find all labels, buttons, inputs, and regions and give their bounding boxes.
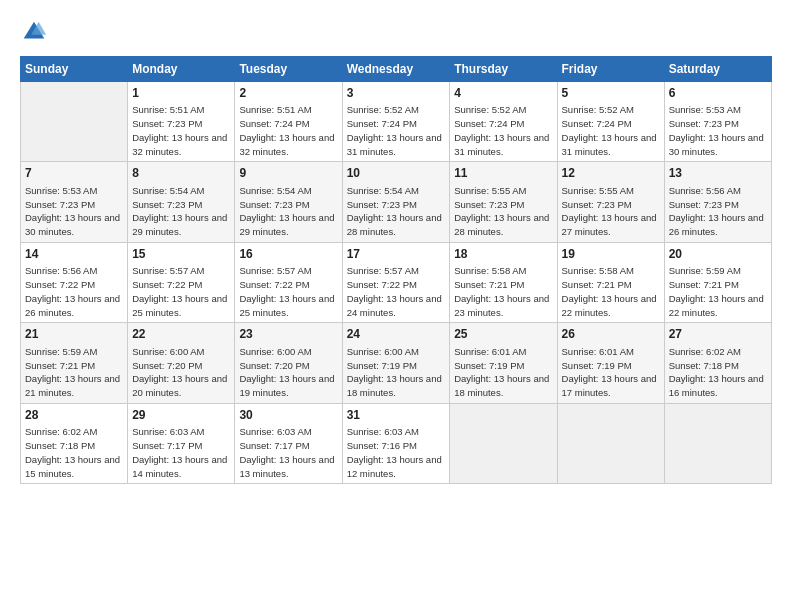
sunrise-text: Sunrise: 6:00 AM — [347, 346, 419, 357]
sunset-text: Sunset: 7:21 PM — [454, 279, 524, 290]
sunrise-text: Sunrise: 5:57 AM — [132, 265, 204, 276]
daylight-text: Daylight: 13 hours and 21 minutes. — [25, 373, 120, 398]
calendar-cell: 10Sunrise: 5:54 AMSunset: 7:23 PMDayligh… — [342, 162, 450, 242]
sunset-text: Sunset: 7:23 PM — [669, 199, 739, 210]
calendar-cell — [450, 403, 557, 483]
header-area — [20, 18, 772, 46]
sunrise-text: Sunrise: 6:01 AM — [562, 346, 634, 357]
logo — [20, 18, 52, 46]
calendar-cell: 2Sunrise: 5:51 AMSunset: 7:24 PMDaylight… — [235, 82, 342, 162]
calendar-cell — [21, 82, 128, 162]
daylight-text: Daylight: 13 hours and 27 minutes. — [562, 212, 657, 237]
day-number: 22 — [132, 326, 230, 343]
sunset-text: Sunset: 7:24 PM — [562, 118, 632, 129]
day-number: 4 — [454, 85, 552, 102]
daylight-text: Daylight: 13 hours and 32 minutes. — [239, 132, 334, 157]
sunrise-text: Sunrise: 5:59 AM — [669, 265, 741, 276]
header-monday: Monday — [128, 57, 235, 82]
calendar-cell: 9Sunrise: 5:54 AMSunset: 7:23 PMDaylight… — [235, 162, 342, 242]
calendar-cell: 12Sunrise: 5:55 AMSunset: 7:23 PMDayligh… — [557, 162, 664, 242]
daylight-text: Daylight: 13 hours and 31 minutes. — [454, 132, 549, 157]
daylight-text: Daylight: 13 hours and 12 minutes. — [347, 454, 442, 479]
calendar-cell: 30Sunrise: 6:03 AMSunset: 7:17 PMDayligh… — [235, 403, 342, 483]
day-number: 23 — [239, 326, 337, 343]
sunset-text: Sunset: 7:23 PM — [132, 199, 202, 210]
calendar-cell: 20Sunrise: 5:59 AMSunset: 7:21 PMDayligh… — [664, 242, 771, 322]
day-number: 8 — [132, 165, 230, 182]
header-saturday: Saturday — [664, 57, 771, 82]
calendar-cell: 25Sunrise: 6:01 AMSunset: 7:19 PMDayligh… — [450, 323, 557, 403]
daylight-text: Daylight: 13 hours and 17 minutes. — [562, 373, 657, 398]
calendar-week-row: 1Sunrise: 5:51 AMSunset: 7:23 PMDaylight… — [21, 82, 772, 162]
day-number: 20 — [669, 246, 767, 263]
sunset-text: Sunset: 7:18 PM — [25, 440, 95, 451]
page-container: SundayMondayTuesdayWednesdayThursdayFrid… — [0, 0, 792, 494]
daylight-text: Daylight: 13 hours and 28 minutes. — [347, 212, 442, 237]
calendar-week-row: 7Sunrise: 5:53 AMSunset: 7:23 PMDaylight… — [21, 162, 772, 242]
calendar-cell: 27Sunrise: 6:02 AMSunset: 7:18 PMDayligh… — [664, 323, 771, 403]
calendar-cell: 11Sunrise: 5:55 AMSunset: 7:23 PMDayligh… — [450, 162, 557, 242]
calendar-cell: 6Sunrise: 5:53 AMSunset: 7:23 PMDaylight… — [664, 82, 771, 162]
sunset-text: Sunset: 7:23 PM — [239, 199, 309, 210]
calendar-cell: 7Sunrise: 5:53 AMSunset: 7:23 PMDaylight… — [21, 162, 128, 242]
day-number: 26 — [562, 326, 660, 343]
day-number: 7 — [25, 165, 123, 182]
sunrise-text: Sunrise: 5:52 AM — [454, 104, 526, 115]
daylight-text: Daylight: 13 hours and 31 minutes. — [347, 132, 442, 157]
sunset-text: Sunset: 7:22 PM — [239, 279, 309, 290]
sunrise-text: Sunrise: 5:54 AM — [347, 185, 419, 196]
sunset-text: Sunset: 7:23 PM — [347, 199, 417, 210]
day-number: 13 — [669, 165, 767, 182]
sunrise-text: Sunrise: 6:00 AM — [132, 346, 204, 357]
daylight-text: Daylight: 13 hours and 18 minutes. — [454, 373, 549, 398]
day-number: 21 — [25, 326, 123, 343]
daylight-text: Daylight: 13 hours and 29 minutes. — [132, 212, 227, 237]
day-number: 2 — [239, 85, 337, 102]
calendar-cell: 23Sunrise: 6:00 AMSunset: 7:20 PMDayligh… — [235, 323, 342, 403]
sunset-text: Sunset: 7:24 PM — [347, 118, 417, 129]
daylight-text: Daylight: 13 hours and 24 minutes. — [347, 293, 442, 318]
header-wednesday: Wednesday — [342, 57, 450, 82]
day-number: 19 — [562, 246, 660, 263]
day-number: 10 — [347, 165, 446, 182]
sunrise-text: Sunrise: 5:52 AM — [347, 104, 419, 115]
sunset-text: Sunset: 7:19 PM — [347, 360, 417, 371]
calendar-cell: 31Sunrise: 6:03 AMSunset: 7:16 PMDayligh… — [342, 403, 450, 483]
sunrise-text: Sunrise: 5:55 AM — [454, 185, 526, 196]
header-thursday: Thursday — [450, 57, 557, 82]
day-number: 24 — [347, 326, 446, 343]
daylight-text: Daylight: 13 hours and 18 minutes. — [347, 373, 442, 398]
day-number: 1 — [132, 85, 230, 102]
day-number: 15 — [132, 246, 230, 263]
calendar-cell: 16Sunrise: 5:57 AMSunset: 7:22 PMDayligh… — [235, 242, 342, 322]
calendar-header-row: SundayMondayTuesdayWednesdayThursdayFrid… — [21, 57, 772, 82]
sunset-text: Sunset: 7:18 PM — [669, 360, 739, 371]
sunrise-text: Sunrise: 6:03 AM — [132, 426, 204, 437]
sunrise-text: Sunrise: 5:55 AM — [562, 185, 634, 196]
calendar-cell: 4Sunrise: 5:52 AMSunset: 7:24 PMDaylight… — [450, 82, 557, 162]
sunrise-text: Sunrise: 5:56 AM — [25, 265, 97, 276]
sunset-text: Sunset: 7:21 PM — [562, 279, 632, 290]
calendar-cell: 22Sunrise: 6:00 AMSunset: 7:20 PMDayligh… — [128, 323, 235, 403]
calendar-cell: 5Sunrise: 5:52 AMSunset: 7:24 PMDaylight… — [557, 82, 664, 162]
daylight-text: Daylight: 13 hours and 15 minutes. — [25, 454, 120, 479]
sunrise-text: Sunrise: 5:57 AM — [239, 265, 311, 276]
sunset-text: Sunset: 7:20 PM — [132, 360, 202, 371]
day-number: 12 — [562, 165, 660, 182]
sunrise-text: Sunrise: 5:58 AM — [454, 265, 526, 276]
daylight-text: Daylight: 13 hours and 31 minutes. — [562, 132, 657, 157]
day-number: 16 — [239, 246, 337, 263]
day-number: 17 — [347, 246, 446, 263]
calendar-cell: 15Sunrise: 5:57 AMSunset: 7:22 PMDayligh… — [128, 242, 235, 322]
daylight-text: Daylight: 13 hours and 13 minutes. — [239, 454, 334, 479]
calendar-cell: 24Sunrise: 6:00 AMSunset: 7:19 PMDayligh… — [342, 323, 450, 403]
sunrise-text: Sunrise: 5:53 AM — [669, 104, 741, 115]
sunrise-text: Sunrise: 6:03 AM — [239, 426, 311, 437]
calendar-cell: 14Sunrise: 5:56 AMSunset: 7:22 PMDayligh… — [21, 242, 128, 322]
logo-icon — [20, 18, 48, 46]
sunset-text: Sunset: 7:22 PM — [132, 279, 202, 290]
calendar-cell: 19Sunrise: 5:58 AMSunset: 7:21 PMDayligh… — [557, 242, 664, 322]
daylight-text: Daylight: 13 hours and 14 minutes. — [132, 454, 227, 479]
daylight-text: Daylight: 13 hours and 20 minutes. — [132, 373, 227, 398]
sunrise-text: Sunrise: 5:58 AM — [562, 265, 634, 276]
